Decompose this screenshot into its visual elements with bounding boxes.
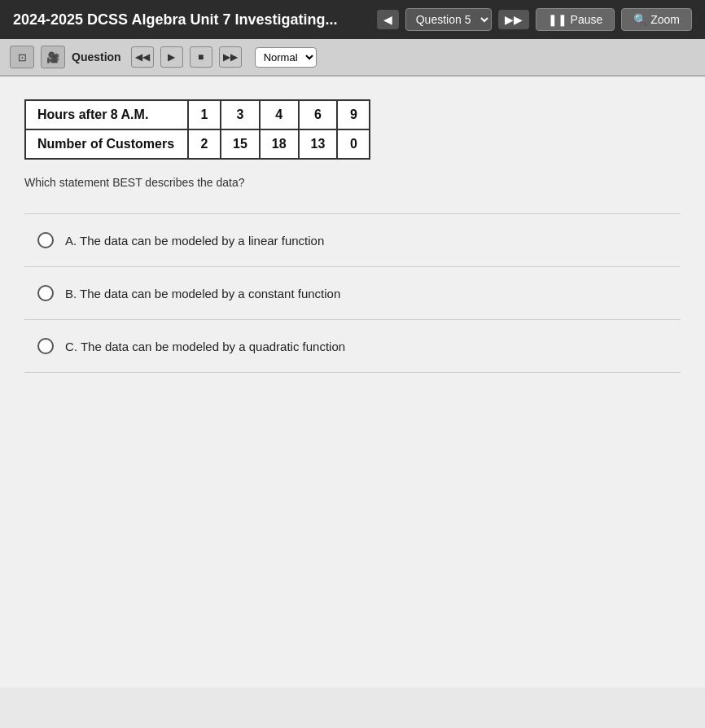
fast-forward-icon: ▶▶ xyxy=(505,13,523,26)
customers-col2: 15 xyxy=(221,129,260,159)
back-icon: ◀ xyxy=(383,13,392,26)
rewind-button[interactable]: ◀◀ xyxy=(131,46,154,68)
hours-col2: 3 xyxy=(221,100,260,129)
rewind-icon: ◀◀ xyxy=(135,51,150,63)
radio-b[interactable] xyxy=(37,285,54,301)
radio-a[interactable] xyxy=(37,232,54,248)
normal-select[interactable]: Normal xyxy=(255,47,317,68)
page-title: 2024-2025 DCSS Algebra Unit 7 Investigat… xyxy=(13,11,369,29)
zoom-button[interactable]: 🔍 Zoom xyxy=(621,8,692,31)
customers-col4: 13 xyxy=(299,129,338,159)
skip-icon: ▶▶ xyxy=(223,51,238,63)
hours-col1: 1 xyxy=(188,100,221,129)
customers-col3: 18 xyxy=(260,129,299,159)
play-icon: ▶ xyxy=(168,51,175,63)
stop-button[interactable]: ■ xyxy=(190,46,212,68)
bookmark-icon: ⊡ xyxy=(18,51,27,64)
option-c[interactable]: C. The data can be modeled by a quadrati… xyxy=(24,320,681,373)
option-c-text: C. The data can be modeled by a quadrati… xyxy=(65,340,345,353)
option-a[interactable]: A. The data can be modeled by a linear f… xyxy=(24,213,681,267)
hours-col5: 9 xyxy=(337,100,370,129)
camera-icon: 🎥 xyxy=(46,51,59,64)
hours-col3: 4 xyxy=(260,100,299,129)
skip-button[interactable]: ▶▶ xyxy=(219,46,242,68)
pause-button[interactable]: ❚❚ Pause xyxy=(536,8,615,31)
bookmark-button[interactable]: ⊡ xyxy=(10,46,34,68)
customers-col1: 2 xyxy=(188,129,221,159)
customers-col5: 0 xyxy=(337,129,370,159)
table-row-hours: Hours after 8 A.M. 1 3 4 6 9 xyxy=(25,100,370,129)
stop-icon: ■ xyxy=(198,51,204,63)
camera-button[interactable]: 🎥 xyxy=(41,46,65,68)
question-text: Which statement BEST describes the data? xyxy=(24,176,681,189)
table-row-customers: Number of Customers 2 15 18 13 0 xyxy=(25,129,370,159)
nav-toolbar: ◀ Question 5 ▶▶ ❚❚ Pause 🔍 Zoom xyxy=(377,8,692,31)
data-table: Hours after 8 A.M. 1 3 4 6 9 Number of C… xyxy=(24,99,370,160)
zoom-label: 🔍 Zoom xyxy=(633,13,680,26)
pause-label: ❚❚ Pause xyxy=(548,13,603,26)
hours-label: Hours after 8 A.M. xyxy=(25,100,188,129)
hours-col4: 6 xyxy=(299,100,338,129)
secondary-toolbar: ⊡ 🎥 Question ◀◀ ▶ ■ ▶▶ Normal xyxy=(0,39,705,77)
play-button[interactable]: ▶ xyxy=(160,46,183,68)
customers-label: Number of Customers xyxy=(25,129,188,159)
radio-c[interactable] xyxy=(37,338,54,354)
main-content: Hours after 8 A.M. 1 3 4 6 9 Number of C… xyxy=(0,77,705,687)
top-bar: 2024-2025 DCSS Algebra Unit 7 Investigat… xyxy=(0,0,705,39)
back-button[interactable]: ◀ xyxy=(377,10,399,29)
answer-options: A. The data can be modeled by a linear f… xyxy=(24,213,681,373)
option-b-text: B. The data can be modeled by a constant… xyxy=(65,287,340,300)
question-label: Question xyxy=(72,50,121,64)
option-a-text: A. The data can be modeled by a linear f… xyxy=(65,234,324,248)
question-select[interactable]: Question 5 xyxy=(405,8,492,31)
fast-forward-button[interactable]: ▶▶ xyxy=(498,10,529,29)
option-b[interactable]: B. The data can be modeled by a constant… xyxy=(24,267,681,320)
